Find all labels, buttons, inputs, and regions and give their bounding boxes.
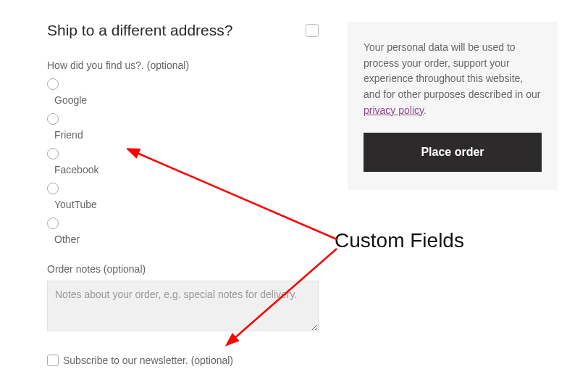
privacy-intro: Your personal data will be used to proce… xyxy=(364,41,540,100)
radio-google[interactable] xyxy=(47,78,59,90)
radio-item: Other xyxy=(47,218,319,245)
ship-different-checkbox[interactable] xyxy=(306,24,319,37)
radio-other[interactable] xyxy=(47,218,59,229)
privacy-text: Your personal data will be used to proce… xyxy=(364,40,542,118)
radio-item: YoutTube xyxy=(47,183,319,210)
ship-different-heading: Ship to a different address? xyxy=(47,22,232,39)
sidebar-box: Your personal data will be used to proce… xyxy=(348,22,558,190)
radio-label: Google xyxy=(54,94,319,106)
order-notes-label: Order notes (optional) xyxy=(47,263,319,275)
privacy-suffix: . xyxy=(424,104,427,116)
ship-different-row: Ship to a different address? xyxy=(47,22,319,39)
radio-youtube[interactable] xyxy=(47,183,59,194)
radio-facebook[interactable] xyxy=(47,148,59,160)
radio-label: Friend xyxy=(54,129,319,141)
radio-label: Facebook xyxy=(54,164,319,175)
radio-label: YoutTube xyxy=(54,199,319,210)
radio-item: Google xyxy=(47,78,319,106)
subscribe-label: Subscribe to our newsletter. (optional) xyxy=(63,355,233,366)
radio-item: Facebook xyxy=(47,148,319,175)
radio-item: Friend xyxy=(47,113,319,141)
radio-label: Other xyxy=(54,233,319,245)
annotation-label: Custom Fields xyxy=(335,229,464,252)
place-order-button[interactable]: Place order xyxy=(364,133,542,172)
checkout-sidebar: Your personal data will be used to proce… xyxy=(348,22,558,366)
order-notes-textarea[interactable] xyxy=(47,281,319,331)
subscribe-checkbox[interactable] xyxy=(47,355,59,366)
privacy-policy-link[interactable]: privacy policy xyxy=(364,104,424,116)
find-us-label: How did you find us?. (optional) xyxy=(47,59,319,71)
find-us-radio-group: Google Friend Facebook YoutTube Other xyxy=(47,78,319,245)
radio-friend[interactable] xyxy=(47,113,59,125)
subscribe-row: Subscribe to our newsletter. (optional) xyxy=(47,355,319,366)
checkout-form-left: Ship to a different address? How did you… xyxy=(47,22,319,366)
